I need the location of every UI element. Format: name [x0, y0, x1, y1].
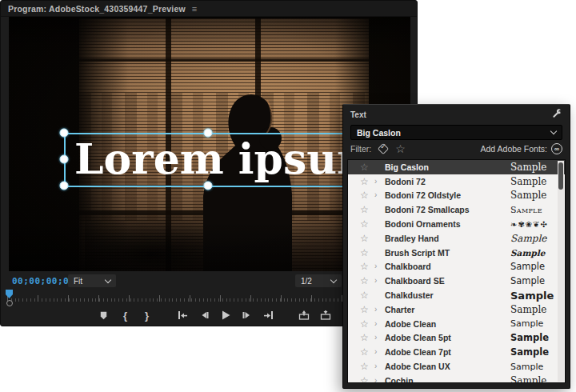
selection-handle-bottom-left[interactable] — [60, 182, 69, 190]
font-list-item[interactable]: ☆ › Adobe Clean Sample — [348, 317, 565, 331]
playback-resolution-select[interactable]: 1/2 — [295, 274, 342, 287]
font-family-select[interactable]: Big Caslon — [350, 125, 562, 140]
favorite-star-icon[interactable]: ☆ — [360, 190, 374, 200]
favorite-star-icon[interactable]: ☆ — [360, 234, 374, 243]
selection-handle-mid-left[interactable] — [60, 155, 69, 164]
favorites-filter-icon[interactable]: ☆ — [395, 143, 406, 154]
favorite-star-icon[interactable]: ☆ — [360, 290, 374, 300]
font-list-item[interactable]: ☆ Bradley Hand Sample — [348, 231, 565, 246]
font-name: Bodoni Ornaments — [385, 219, 461, 229]
favorite-star-icon[interactable]: ☆ — [360, 219, 374, 229]
timecode-display[interactable]: 00;00;00;00 — [12, 276, 74, 286]
font-name: Bodoni 72 Smallcaps — [385, 205, 470, 214]
font-sample: Sample — [510, 332, 549, 343]
font-name: Bradley Hand — [385, 234, 439, 243]
selection-handle-top-center[interactable] — [204, 129, 213, 138]
lift-button[interactable] — [297, 309, 310, 322]
scrollbar-thumb[interactable] — [558, 162, 563, 190]
favorite-star-icon[interactable]: ☆ — [360, 177, 374, 186]
font-list-item[interactable]: ☆ › Bodoni 72 Sample — [348, 174, 565, 189]
text-panel-title: Text — [350, 110, 366, 119]
favorite-star-icon[interactable]: ☆ — [360, 162, 374, 172]
font-filter-row: Filter: ✓ ☆ Add Adobe Fonts: ∞ — [350, 140, 562, 157]
mark-in-button[interactable]: { — [118, 309, 132, 322]
text-panel: Text Big Caslon Filter: ✓ ☆ Add Adobe Fo… — [342, 104, 570, 389]
font-sample: Sample — [510, 248, 546, 258]
font-name: Brush Script MT — [385, 248, 450, 258]
font-sample: Sample — [510, 233, 546, 244]
add-marker-button[interactable] — [97, 309, 110, 322]
favorite-star-icon[interactable]: ☆ — [360, 319, 374, 329]
family-expand-icon[interactable]: › — [374, 178, 385, 186]
zoom-scroll-handle[interactable] — [6, 300, 13, 306]
font-list-item[interactable]: ☆ › Adobe Clean 5pt Sample — [348, 331, 565, 346]
font-sample: Sample — [510, 318, 543, 329]
font-list-item[interactable]: ☆ › Adobe Clean 7pt Sample — [348, 345, 565, 359]
font-name: Chalkboard SE — [385, 276, 445, 286]
extract-button[interactable] — [318, 309, 332, 322]
font-sample: Sample — [510, 275, 545, 286]
check-glyph: ✓ — [380, 142, 386, 150]
creative-cloud-icon[interactable]: ∞ — [551, 143, 562, 154]
font-sample: ❧✾❀❦✣ — [510, 220, 548, 229]
favorite-star-icon[interactable]: ☆ — [360, 333, 374, 342]
font-list-item[interactable]: ☆ › Bodoni 72 Oldstyle Sample — [348, 189, 565, 203]
font-list-item[interactable]: ☆ Brush Script MT Sample — [348, 246, 565, 260]
chevron-down-icon — [550, 128, 557, 134]
font-list-item[interactable]: ☆ › Chalkboard SE Sample — [348, 274, 565, 288]
font-list-item[interactable]: ☆ › Charter Sample — [348, 302, 565, 317]
family-expand-icon[interactable]: › — [374, 362, 385, 370]
favorite-star-icon[interactable]: ☆ — [360, 347, 374, 357]
program-monitor-title: Program: AdobeStock_430359447_Preview — [8, 4, 186, 14]
family-expand-icon[interactable]: › — [374, 334, 385, 342]
panel-menu-icon[interactable]: ≡ — [192, 4, 197, 14]
wrench-settings-icon[interactable] — [552, 107, 562, 122]
playback-resolution-value: 1/2 — [301, 277, 312, 286]
zoom-level-select[interactable]: Fit — [68, 274, 116, 287]
adobe-fonts-filter-icon[interactable]: ✓ — [378, 144, 387, 153]
family-expand-icon[interactable]: › — [374, 348, 385, 356]
font-sample: Sample — [510, 261, 545, 272]
favorite-star-icon[interactable]: ☆ — [360, 205, 374, 214]
favorite-star-icon[interactable]: ☆ — [360, 262, 374, 271]
mark-out-button[interactable]: } — [140, 309, 154, 322]
font-sample: Sample — [510, 162, 546, 173]
go-to-in-button[interactable] — [175, 309, 189, 322]
font-sample: Sample — [510, 290, 554, 302]
font-name: Bodoni 72 — [385, 177, 426, 186]
step-back-button[interactable] — [197, 309, 210, 322]
step-forward-button[interactable] — [240, 309, 254, 322]
favorite-star-icon[interactable]: ☆ — [360, 362, 374, 371]
font-list-item[interactable]: ☆ Bodoni 72 Smallcaps Sample — [348, 202, 565, 217]
font-list-item[interactable]: ☆ Chalkduster Sample — [348, 288, 565, 302]
selection-handle-top-left[interactable] — [60, 129, 69, 138]
favorite-star-icon[interactable]: ☆ — [360, 248, 374, 258]
chevron-down-icon — [105, 276, 111, 282]
text-panel-header: Text — [343, 105, 570, 124]
font-name: Bodoni 72 Oldstyle — [385, 190, 461, 200]
zoom-level-value: Fit — [74, 277, 82, 286]
family-expand-icon[interactable]: › — [374, 306, 385, 314]
font-list-item[interactable]: ☆ › Chalkboard Sample — [348, 260, 565, 274]
family-expand-icon[interactable]: › — [374, 377, 385, 383]
transport-controls: { } — [97, 306, 375, 324]
favorite-star-icon[interactable]: ☆ — [360, 305, 374, 314]
font-list-scrollbar[interactable] — [558, 161, 564, 382]
family-expand-icon[interactable]: › — [374, 191, 385, 199]
favorite-star-icon[interactable]: ☆ — [360, 276, 374, 286]
title-text-object[interactable]: Lorem ipsum — [74, 130, 381, 186]
family-expand-icon[interactable]: › — [374, 262, 385, 270]
font-sample: Sample — [510, 205, 542, 215]
font-sample: Sample — [510, 362, 543, 372]
family-expand-icon[interactable]: › — [374, 320, 385, 328]
family-expand-icon[interactable]: › — [374, 277, 385, 285]
font-list-item[interactable]: ☆ › Adobe Clean UX Sample — [348, 359, 565, 374]
font-list-item[interactable]: ☆ › Cochin Sample — [348, 374, 565, 383]
go-to-out-button[interactable] — [262, 309, 275, 322]
font-name: Cochin — [385, 376, 414, 383]
font-list-item[interactable]: ☆ Bodoni Ornaments ❧✾❀❦✣ — [348, 217, 565, 231]
favorite-star-icon[interactable]: ☆ — [360, 376, 374, 383]
font-list-item[interactable]: ☆ Big Caslon Sample — [348, 160, 565, 174]
selection-handle-bottom-center[interactable] — [204, 182, 213, 190]
play-button[interactable] — [218, 309, 232, 322]
